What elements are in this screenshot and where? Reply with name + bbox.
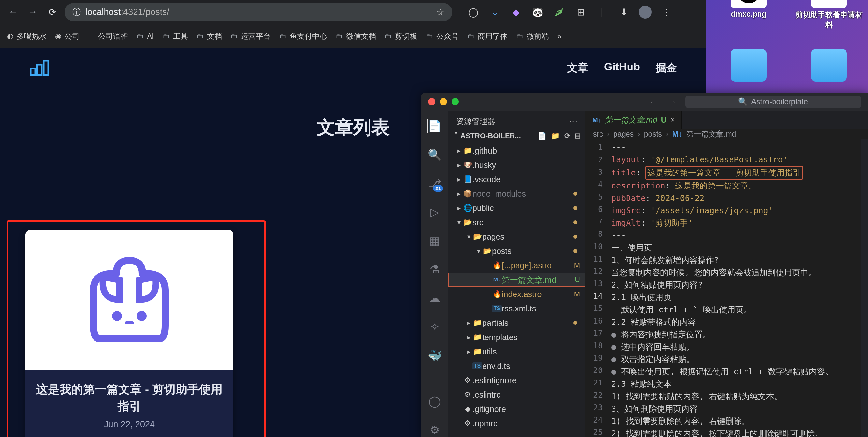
breadcrumb-item[interactable]: pages: [613, 130, 634, 139]
chevron-icon[interactable]: ▾: [465, 233, 472, 241]
breadcrumbs[interactable]: src› pages› posts› M↓ 第一篇文章.md: [585, 129, 868, 139]
tree-row[interactable]: ▸📁partials: [448, 316, 585, 330]
bookmark-item[interactable]: 🗀鱼支付中心: [279, 31, 327, 41]
tree-row[interactable]: 🔥[...page].astroM: [448, 258, 585, 273]
refresh-icon[interactable]: ⟳: [564, 132, 570, 140]
bookmark-star-icon[interactable]: ☆: [436, 7, 444, 18]
search-icon[interactable]: 🔍: [428, 147, 442, 162]
source-control-icon[interactable]: ⎇21: [428, 176, 442, 191]
desktop-folder-1[interactable]: [713, 49, 784, 84]
reload-button[interactable]: ⟳: [45, 5, 59, 19]
chevron-icon[interactable]: ▸: [465, 333, 472, 341]
docker-icon[interactable]: 🐳: [428, 348, 442, 362]
tree-row[interactable]: ▸📁templates: [448, 330, 585, 344]
tree-row[interactable]: ⚙.eslintrc: [448, 387, 585, 402]
tree-row[interactable]: ▾📂pages: [448, 230, 585, 244]
new-folder-icon[interactable]: 📁: [551, 132, 560, 140]
tree-row[interactable]: ◆.gitignore: [448, 402, 585, 416]
chevron-icon[interactable]: ▸: [456, 161, 463, 169]
ext-icon[interactable]: 🐼: [531, 5, 544, 19]
tree-row[interactable]: ▸📦node_modules: [448, 186, 585, 201]
desktop-file-docs[interactable]: 剪切助手软著申请材料: [793, 0, 865, 30]
bookmark-item[interactable]: 🗀商用字体: [467, 31, 508, 41]
sidebar-menu-icon[interactable]: ···: [569, 116, 578, 126]
ext-icon[interactable]: 🌶: [553, 5, 566, 19]
nav-github[interactable]: GitHub: [604, 61, 640, 75]
tree-row[interactable]: ▸🌐public: [448, 201, 585, 215]
chevron-icon[interactable]: ▸: [456, 147, 463, 154]
bookmark-item[interactable]: 🗀微信文档: [336, 31, 376, 41]
maximize-window-button[interactable]: [452, 98, 459, 105]
tree-row[interactable]: ▸📘.vscode: [448, 172, 585, 186]
kebab-menu-icon[interactable]: ⋮: [660, 5, 673, 19]
desktop-file-dmxc[interactable]: dmxc.png: [713, 0, 784, 19]
bookmark-item[interactable]: 🗀AI: [136, 32, 154, 41]
desktop-folder-2[interactable]: [793, 49, 865, 84]
bookmark-item[interactable]: ◉公司: [55, 31, 80, 41]
ext-icon[interactable]: ⌄: [488, 5, 501, 19]
run-debug-icon[interactable]: ▷: [428, 205, 442, 219]
back-button[interactable]: ←: [6, 5, 20, 19]
post-card[interactable]: 这是我的第一篇文章 - 剪切助手使用指引 Jun 22, 2024 这是我的第一…: [25, 230, 233, 437]
address-bar[interactable]: ⓘ localhost:4321/posts/ ☆: [64, 3, 452, 21]
nav-fwd-icon[interactable]: →: [666, 97, 679, 107]
chevron-icon[interactable]: ▸: [456, 204, 463, 212]
tree-row[interactable]: TSenv.d.ts: [448, 359, 585, 373]
code-editor[interactable]: 12345678 1011121314151617181920212223242…: [585, 139, 868, 437]
ext-icon[interactable]: ◆: [509, 5, 523, 19]
minimap[interactable]: [862, 139, 868, 437]
forward-button[interactable]: →: [25, 5, 40, 19]
bookmark-item[interactable]: ⬚公司语雀: [88, 31, 128, 41]
remote-icon[interactable]: ☁: [428, 291, 442, 305]
tree-row[interactable]: 🔥index.astroM: [448, 287, 585, 301]
close-window-button[interactable]: [428, 98, 435, 105]
tree-row[interactable]: ▸📁.github: [448, 144, 585, 158]
site-logo-icon[interactable]: [29, 59, 50, 76]
bookmark-item[interactable]: ◐多喝热水: [7, 31, 46, 41]
site-info-icon[interactable]: ⓘ: [72, 6, 81, 18]
bookmark-item[interactable]: 🗀微前端: [516, 31, 549, 41]
copilot-icon[interactable]: ✧: [428, 320, 442, 334]
bookmark-item[interactable]: 🗀剪切板: [384, 31, 417, 41]
bookmark-item[interactable]: 🗀文档: [196, 31, 222, 41]
new-file-icon[interactable]: 📄: [537, 132, 547, 140]
tree-row[interactable]: ⚙.npmrc: [448, 416, 585, 431]
profile-avatar[interactable]: [639, 5, 652, 19]
minimize-window-button[interactable]: [440, 98, 447, 105]
chevron-icon[interactable]: ▾: [475, 247, 482, 255]
bookmark-item[interactable]: 🗀工具: [163, 31, 188, 41]
chevron-icon[interactable]: ▾: [456, 218, 463, 226]
nav-posts[interactable]: 文章: [567, 61, 588, 75]
chevron-icon[interactable]: ▸: [465, 319, 472, 327]
extensions-icon[interactable]: ⊞: [574, 5, 587, 19]
bookmark-item[interactable]: 🗀公众号: [426, 31, 459, 41]
bookmark-item[interactable]: 🗀运营平台: [230, 31, 271, 41]
tree-row[interactable]: M↓第一篇文章.mdU: [448, 273, 585, 287]
code-lines[interactable]: ---layout: '@/templates/BasePost.astro't…: [608, 139, 862, 437]
command-center[interactable]: 🔍 Astro-boilerplate: [685, 95, 861, 108]
chevron-icon[interactable]: ▸: [456, 175, 463, 183]
bookmarks-overflow-icon[interactable]: »: [557, 32, 562, 41]
close-tab-icon[interactable]: ×: [671, 116, 675, 124]
editor-tab[interactable]: M↓ 第一篇文章.md U ×: [585, 111, 682, 129]
ext-icon[interactable]: ◯: [467, 5, 479, 19]
breadcrumb-item[interactable]: 第一篇文章.md: [686, 129, 736, 139]
downloads-icon[interactable]: ⬇: [617, 5, 630, 19]
tree-row[interactable]: ▾📂src: [448, 215, 585, 230]
account-icon[interactable]: ◯: [428, 394, 442, 408]
nav-back-icon[interactable]: ←: [647, 97, 660, 107]
chevron-icon[interactable]: ▸: [465, 348, 472, 355]
tree-row[interactable]: ▾📂posts: [448, 244, 585, 258]
project-row[interactable]: ˅ASTRO-BOILER... 📄 📁 ⟳ ⊟: [448, 130, 585, 142]
tree-row[interactable]: TSrss.xml.ts: [448, 301, 585, 316]
extensions-icon[interactable]: ▦: [428, 233, 442, 248]
breadcrumb-item[interactable]: posts: [644, 130, 662, 139]
testing-icon[interactable]: ⚗: [428, 262, 442, 276]
tree-row[interactable]: ⚙.eslintignore: [448, 373, 585, 387]
chevron-icon[interactable]: ▸: [456, 190, 463, 198]
tree-row[interactable]: ▸📁utils: [448, 344, 585, 359]
tree-row[interactable]: ▸🐶.husky: [448, 158, 585, 172]
breadcrumb-item[interactable]: src: [593, 130, 603, 139]
nav-juejin[interactable]: 掘金: [656, 61, 677, 75]
explorer-icon[interactable]: 📄: [427, 119, 441, 133]
